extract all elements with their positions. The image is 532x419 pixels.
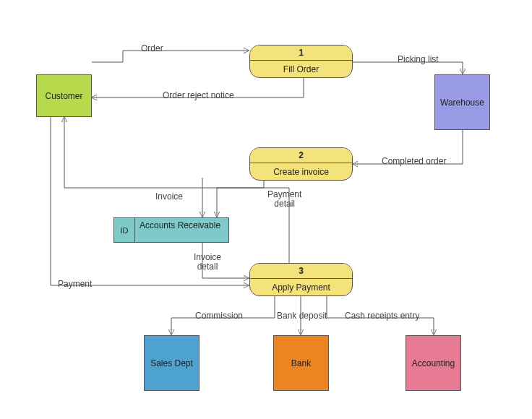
- entity-sales-dept: Sales Dept: [144, 335, 200, 391]
- datastore-accounts-receivable: ID Accounts Receivable: [113, 217, 229, 243]
- datastore-label: Accounts Receivable: [135, 218, 228, 242]
- flow-label-invoice-detail: Invoicedetail: [194, 253, 221, 272]
- process-number: 1: [250, 46, 352, 61]
- flow-label-order: Order: [141, 43, 163, 53]
- flow-label-picking-list: Picking list: [398, 54, 439, 64]
- flow-label-commission: Commission: [195, 311, 243, 321]
- process-label: Create invoice: [250, 163, 352, 180]
- process-fill-order: 1 Fill Order: [249, 45, 353, 78]
- flow-label-bank-deposit: Bank deposit: [277, 311, 327, 321]
- flow-label-cash-receipts: Cash receipts entry: [345, 311, 419, 321]
- entity-label: Bank: [291, 358, 311, 368]
- flow-label-invoice: Invoice: [155, 191, 183, 202]
- entity-warehouse: Warehouse: [434, 74, 490, 130]
- entity-label: Accounting: [412, 358, 455, 368]
- entity-label: Warehouse: [440, 98, 484, 108]
- process-label: Fill Order: [250, 61, 352, 77]
- process-number: 3: [250, 264, 352, 279]
- process-number: 2: [250, 148, 352, 163]
- entity-label: Customer: [45, 91, 82, 101]
- process-label: Apply Payment: [250, 279, 352, 295]
- entity-customer: Customer: [36, 74, 92, 117]
- entity-label: Sales Dept: [150, 358, 193, 368]
- entity-bank: Bank: [273, 335, 329, 391]
- flow-label-order-reject: Order reject notice: [163, 90, 234, 100]
- entity-accounting: Accounting: [406, 335, 461, 391]
- process-apply-payment: 3 Apply Payment: [249, 263, 353, 296]
- flow-label-payment-detail: Paymentdetail: [267, 190, 301, 209]
- datastore-id: ID: [114, 218, 135, 242]
- flow-label-completed-order: Completed order: [382, 156, 446, 166]
- flow-label-payment: Payment: [58, 279, 92, 289]
- process-create-invoice: 2 Create invoice: [249, 147, 353, 181]
- diagram-canvas: Customer Warehouse Sales Dept Bank Accou…: [0, 0, 532, 419]
